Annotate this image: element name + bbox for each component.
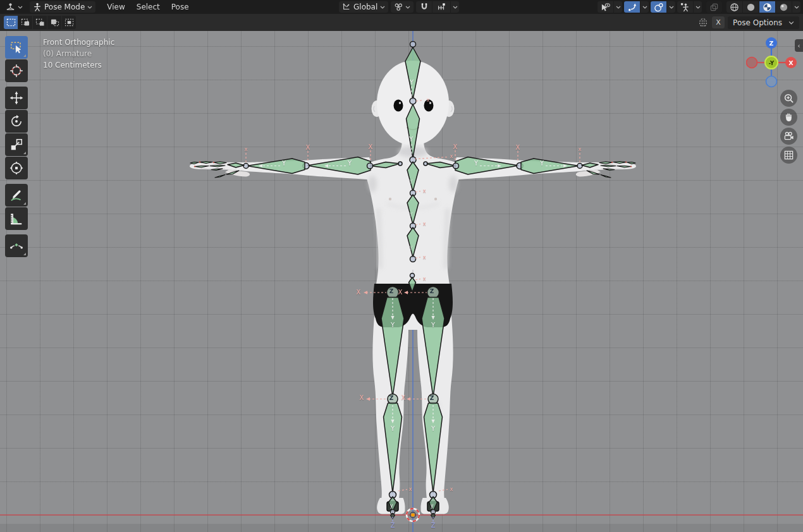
zoom-button[interactable] bbox=[780, 90, 797, 107]
menu-select[interactable]: Select bbox=[132, 0, 165, 14]
view-name-text: Front Orthographic bbox=[43, 37, 114, 48]
camera-icon bbox=[783, 131, 794, 142]
shading-rendered-icon bbox=[779, 3, 788, 12]
select-mode-invert[interactable] bbox=[47, 16, 61, 29]
shading-material-icon bbox=[763, 3, 772, 12]
chevron-down-icon bbox=[696, 4, 701, 9]
tool-pose-breakdowner[interactable] bbox=[5, 234, 28, 257]
armature-display-chevron[interactable] bbox=[694, 1, 702, 13]
viewport-info: Front Orthographic (0) Armature 10 Centi… bbox=[43, 37, 114, 71]
pose-mode-icon bbox=[33, 3, 42, 11]
gizmo-minus-y-axis[interactable]: -Y bbox=[765, 56, 778, 69]
gizmo-z-label: Z bbox=[769, 40, 774, 47]
xray-toggle-button[interactable] bbox=[706, 1, 722, 13]
chevron-down-icon bbox=[794, 4, 799, 9]
gizmo-minus-x-axis[interactable] bbox=[747, 57, 757, 68]
sidebar-expand-tab[interactable]: ‹ bbox=[795, 39, 803, 52]
chevron-down-icon bbox=[453, 4, 458, 9]
gizmo-x-axis[interactable]: X bbox=[785, 57, 797, 68]
select-mode-subtract[interactable] bbox=[33, 16, 47, 29]
pose-options-label: Pose Options bbox=[733, 18, 782, 27]
tool-move[interactable] bbox=[5, 87, 28, 109]
shading-rendered-button[interactable] bbox=[776, 1, 792, 13]
viewport-bottom-shade bbox=[0, 524, 803, 532]
shading-chevron[interactable] bbox=[792, 1, 800, 13]
pivot-point-dropdown[interactable] bbox=[391, 1, 414, 13]
gizmos-toggle-button[interactable] bbox=[624, 1, 640, 13]
mode-selector-dropdown[interactable]: Pose Mode bbox=[30, 1, 95, 13]
toolbar bbox=[5, 36, 28, 258]
transform-orientation-icon bbox=[342, 3, 351, 11]
gizmo-y-label: -Y bbox=[769, 60, 775, 66]
chevron-down-icon bbox=[788, 20, 794, 25]
viewport-header: Pose Mode View Select Pose Global bbox=[0, 0, 803, 14]
pose-options-dropdown[interactable]: Pose Options bbox=[728, 16, 799, 29]
chevron-down-icon bbox=[405, 4, 410, 9]
shading-wireframe-button[interactable] bbox=[726, 1, 742, 13]
chevron-down-icon bbox=[669, 4, 674, 9]
magnifier-plus-icon bbox=[783, 93, 794, 104]
shading-solid-button[interactable] bbox=[743, 1, 759, 13]
chevron-down-icon bbox=[642, 4, 647, 9]
gizmo-minus-z-axis[interactable] bbox=[766, 76, 777, 87]
gizmo-visibility-icon bbox=[601, 3, 610, 12]
mode-label: Pose Mode bbox=[44, 3, 85, 11]
tool-transform[interactable] bbox=[5, 157, 28, 179]
hand-icon bbox=[783, 112, 794, 123]
armature-display-button[interactable] bbox=[677, 1, 693, 13]
chevron-down-icon bbox=[87, 4, 92, 9]
select-mode-extend[interactable] bbox=[18, 16, 32, 29]
select-mode-group bbox=[4, 16, 76, 29]
menu-pose[interactable]: Pose bbox=[166, 0, 194, 14]
tool-measure[interactable] bbox=[5, 207, 28, 230]
editor-type-button[interactable] bbox=[3, 1, 26, 13]
transform-orientation-dropdown[interactable]: Global bbox=[339, 1, 388, 13]
3d-viewport[interactable] bbox=[0, 31, 803, 532]
xray-toggle-icon bbox=[709, 3, 719, 12]
camera-view-button[interactable] bbox=[780, 128, 797, 145]
gizmo-visibility-button[interactable] bbox=[598, 1, 613, 13]
snap-toggle-button[interactable] bbox=[416, 1, 432, 13]
snap-target-icon bbox=[437, 3, 446, 11]
3d-viewport-editor-icon bbox=[6, 3, 15, 12]
chevron-down-icon bbox=[616, 4, 621, 9]
mirror-butterfly-icon bbox=[697, 18, 709, 28]
active-object-text: (0) Armature bbox=[43, 48, 114, 59]
tool-annotate[interactable] bbox=[5, 184, 28, 207]
tool-scale[interactable] bbox=[5, 133, 28, 156]
blender-window: XXXXxxXXXXxxxxxxxxYYYYYYYYYYYYYyyZZZZZZ … bbox=[0, 0, 803, 532]
chevron-down-icon bbox=[380, 4, 385, 9]
overlays-toggle-button[interactable] bbox=[651, 1, 666, 13]
shading-solid-icon bbox=[746, 3, 756, 12]
scale-text: 10 Centimeters bbox=[43, 59, 114, 71]
select-mode-set[interactable] bbox=[4, 16, 18, 29]
gizmo-visibility-chevron[interactable] bbox=[614, 1, 622, 13]
grid-icon bbox=[783, 150, 794, 160]
shading-wireframe-icon bbox=[730, 3, 739, 12]
overlays-chevron[interactable] bbox=[667, 1, 675, 13]
pivot-point-icon bbox=[394, 3, 403, 11]
snap-settings-chevron[interactable] bbox=[451, 1, 459, 13]
gizmos-chevron[interactable] bbox=[641, 1, 649, 13]
tool-cursor[interactable] bbox=[5, 59, 28, 82]
toggle-orthographic-button[interactable] bbox=[780, 147, 797, 164]
tool-rotate[interactable] bbox=[5, 110, 28, 133]
overlays-toggle-icon bbox=[654, 3, 663, 12]
viewport-nav-buttons bbox=[780, 90, 797, 164]
pan-button[interactable] bbox=[780, 109, 797, 126]
menu-view[interactable]: View bbox=[102, 0, 130, 14]
gizmos-toggle-icon bbox=[627, 3, 637, 12]
snap-magnet-icon bbox=[420, 3, 429, 11]
gizmo-z-axis[interactable]: Z bbox=[766, 37, 777, 49]
snap-settings-button[interactable] bbox=[432, 1, 450, 13]
select-mode-intersect[interactable] bbox=[62, 16, 76, 29]
tool-settings-bar: X Pose Options bbox=[0, 14, 803, 31]
gizmo-x-label: X bbox=[788, 59, 794, 66]
chevron-down-icon bbox=[18, 4, 23, 9]
tool-select-box[interactable] bbox=[5, 36, 28, 59]
shading-material-button[interactable] bbox=[759, 1, 775, 13]
view-axis-gizmo[interactable]: Z X -Y bbox=[746, 37, 797, 88]
mirror-x-toggle[interactable]: X bbox=[712, 16, 725, 28]
orientation-label: Global bbox=[353, 3, 377, 11]
armature-figure-icon bbox=[680, 3, 690, 12]
